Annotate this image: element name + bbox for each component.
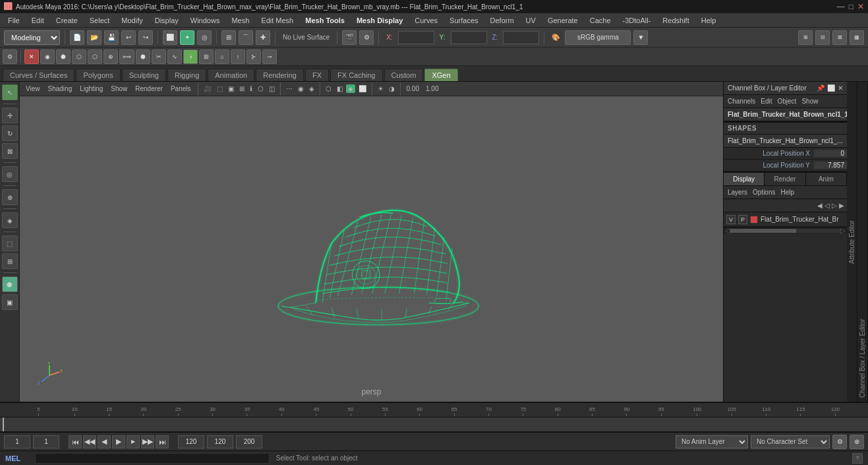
tab-xgen[interactable]: XGen xyxy=(424,69,457,81)
modeling-dropdown[interactable]: Modeling Rigging Animation Rendering xyxy=(4,30,60,45)
menu-select[interactable]: Select xyxy=(84,15,115,26)
play-button[interactable]: ▶ xyxy=(112,435,125,449)
heads-up-icon[interactable]: ℹ xyxy=(248,84,254,93)
show-menu[interactable]: Show xyxy=(801,98,818,105)
shelf-extract[interactable]: ⬠ xyxy=(88,49,102,64)
snap-view[interactable]: ⬚ xyxy=(2,235,18,251)
playback-max-input[interactable] xyxy=(236,435,262,449)
tab-fx[interactable]: FX xyxy=(305,69,329,81)
object-menu[interactable]: Object xyxy=(778,98,797,105)
lighting-menu[interactable]: Lighting xyxy=(76,84,106,93)
tab-fx-caching[interactable]: FX Caching xyxy=(330,69,382,81)
last-tool[interactable]: ◈ xyxy=(2,212,18,228)
new-layer-icon[interactable]: ◀ xyxy=(817,202,823,209)
select-tool-button[interactable]: ✦ xyxy=(180,30,194,45)
shelf-combine[interactable]: ⬟ xyxy=(56,49,71,64)
move-tool[interactable]: ✛ xyxy=(2,108,18,123)
undo-button[interactable]: ↩ xyxy=(121,30,136,45)
new-scene-button[interactable]: 📄 xyxy=(70,30,84,45)
y-field[interactable] xyxy=(451,31,487,44)
channels-menu[interactable]: Channels xyxy=(728,98,755,105)
rotate-tool[interactable]: ↻ xyxy=(2,125,18,141)
render-view-button[interactable]: 🎬 xyxy=(342,30,357,45)
scale-tool[interactable]: ⊠ xyxy=(2,143,18,159)
current-frame-input[interactable] xyxy=(4,435,30,449)
flat-shaded-icon[interactable]: ◧ xyxy=(335,84,345,93)
menu-display[interactable]: Display xyxy=(150,15,184,26)
isolate-icon[interactable]: ◉ xyxy=(296,84,306,93)
shelf-settings[interactable]: ⚙ xyxy=(3,49,17,64)
menu-mesh-display[interactable]: Mesh Display xyxy=(351,15,408,26)
playback-end-input[interactable] xyxy=(207,435,233,449)
viewport-layout3-button[interactable]: ▦ xyxy=(850,30,864,45)
camera-icon[interactable]: 🎥 xyxy=(202,84,214,93)
bounding-box-icon[interactable]: ⬜ xyxy=(357,84,368,93)
shelf-separate[interactable]: ⬡ xyxy=(72,49,86,64)
attribute-editor-tab[interactable]: Attribute Editor xyxy=(847,82,857,402)
quick-select-icon[interactable]: ⊕ xyxy=(850,435,864,449)
shelf-smooth[interactable]: ◉ xyxy=(40,49,55,64)
show-menu[interactable]: Show xyxy=(107,84,130,93)
menu-mesh[interactable]: Mesh xyxy=(226,15,254,26)
show-manipulator-tool[interactable]: ⊕ xyxy=(2,189,18,205)
menu-redshift[interactable]: Redshift xyxy=(657,15,694,26)
channel-box-close-icon[interactable]: ✕ xyxy=(838,84,843,92)
soft-select-tool[interactable]: ◎ xyxy=(2,166,18,182)
menu-modify[interactable]: Modify xyxy=(116,15,148,26)
x-field[interactable] xyxy=(398,31,434,44)
timeline-ruler[interactable]: 5101520253035404550556065707580859095100… xyxy=(0,403,868,418)
minimize-button[interactable]: — xyxy=(837,2,845,11)
char-set-select[interactable]: No Character Set xyxy=(751,435,830,449)
snap-point-button[interactable]: ✚ xyxy=(256,30,270,45)
menu-windows[interactable]: Windows xyxy=(185,15,225,26)
preferences-icon[interactable]: ⚙ xyxy=(832,435,847,449)
channel-box-float-icon[interactable]: ⬜ xyxy=(827,84,835,92)
redo-button[interactable]: ↪ xyxy=(138,30,153,45)
next-frame-button[interactable]: ▶ xyxy=(127,435,140,449)
panels-menu[interactable]: Panels xyxy=(167,84,194,93)
menu-surfaces[interactable]: Surfaces xyxy=(444,15,483,26)
range-end-input[interactable] xyxy=(178,435,204,449)
mel-input[interactable] xyxy=(35,453,270,464)
layer-playback-toggle[interactable]: P xyxy=(738,215,747,224)
tab-rendering[interactable]: Rendering xyxy=(256,69,304,81)
view-menu[interactable]: View xyxy=(22,84,43,93)
timeline-bar[interactable] xyxy=(0,418,868,432)
display-tab[interactable]: Display xyxy=(724,173,765,185)
menu-mesh-tools[interactable]: Mesh Tools xyxy=(300,15,350,26)
shelf-booleans[interactable]: ⊕ xyxy=(103,49,118,64)
save-scene-button[interactable]: 💾 xyxy=(104,30,119,45)
poly-count-icon[interactable]: ⋯ xyxy=(284,84,295,93)
menu-3dto[interactable]: -3DtoAll- xyxy=(618,15,656,26)
render-tab[interactable]: Render xyxy=(765,173,805,185)
layer-scroll-track[interactable] xyxy=(730,229,840,233)
menu-uv[interactable]: UV xyxy=(521,15,541,26)
ui-elements-button[interactable]: ⊞ xyxy=(798,30,813,45)
smooth-shaded-icon[interactable]: ◈ xyxy=(346,84,355,93)
shelf-bridge[interactable]: ⌂ xyxy=(215,49,229,64)
layers-menu[interactable]: Layers xyxy=(728,189,747,196)
renderer-menu[interactable]: Renderer xyxy=(132,84,166,93)
shelf-poly-select[interactable]: ✕ xyxy=(24,49,39,64)
shelf-append[interactable]: ↑ xyxy=(231,49,245,64)
shelf-mirror[interactable]: ⟺ xyxy=(119,49,134,64)
prev-frame-button[interactable]: ◀ xyxy=(98,435,111,449)
menu-edit-mesh[interactable]: Edit Mesh xyxy=(256,15,299,26)
shelf-offset[interactable]: ⊞ xyxy=(199,49,214,64)
snap-grid-button[interactable]: ⊞ xyxy=(221,30,236,45)
grid-icon[interactable]: ⊞ xyxy=(237,84,246,93)
help-icon[interactable]: ? xyxy=(852,453,863,464)
scroll-left-icon[interactable]: ◁ xyxy=(725,227,730,234)
resolution-gate-icon[interactable]: ▣ xyxy=(226,84,236,93)
menu-cache[interactable]: Cache xyxy=(585,15,616,26)
wireframe-icon[interactable]: ⬡ xyxy=(324,84,333,93)
viewport-layout2-button[interactable]: ⊠ xyxy=(832,30,847,45)
step-back-button[interactable]: ◀◀ xyxy=(83,435,96,449)
shading-menu[interactable]: Shading xyxy=(45,84,76,93)
light-icon[interactable]: ☀ xyxy=(376,84,386,93)
menu-generate[interactable]: Generate xyxy=(542,15,583,26)
wireframe-on-shaded[interactable]: ⬡ xyxy=(256,84,266,93)
anim-tab[interactable]: Anim xyxy=(806,173,847,185)
select-by-object-button[interactable]: ⬜ xyxy=(163,30,177,45)
gamma-dropdown[interactable]: sRGB gamma xyxy=(565,30,631,45)
